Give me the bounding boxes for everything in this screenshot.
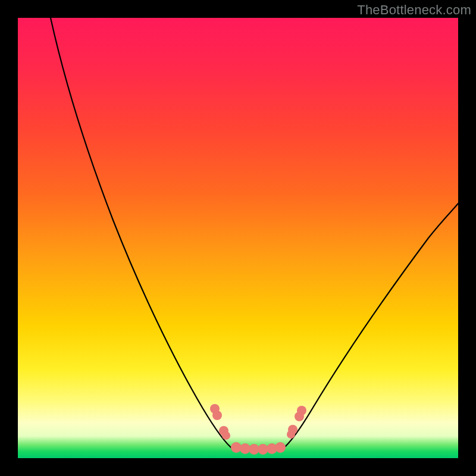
marker-dot	[297, 406, 306, 415]
plot-area	[18, 18, 458, 458]
curve-markers	[210, 404, 306, 455]
chart-frame: TheBottleneck.com	[0, 0, 476, 476]
watermark-text: TheBottleneck.com	[357, 2, 471, 18]
marker-dot	[222, 431, 230, 440]
marker-dot	[288, 425, 298, 434]
curve-svg	[18, 18, 458, 458]
marker-dot	[275, 442, 286, 453]
marker-dot	[212, 411, 222, 420]
curve-left-branch	[51, 18, 234, 450]
curve-right-branch	[281, 203, 458, 450]
